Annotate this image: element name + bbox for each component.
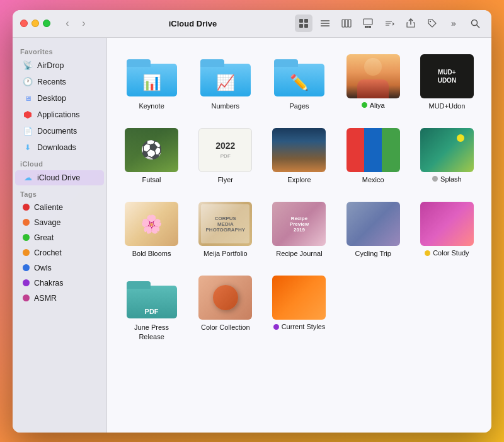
view-icons-button[interactable] <box>295 15 312 32</box>
sidebar-item-airdrop[interactable]: 📡 AirDrop <box>15 58 104 73</box>
icloud-label: iCloud <box>13 156 106 169</box>
owls-dot <box>23 264 30 271</box>
file-item-recipe-journal[interactable]: RecipePreview2019 Recipe Journal <box>265 198 333 262</box>
applications-icon <box>23 110 33 120</box>
file-item-mud-udon[interactable]: MUD+UDON MUD+Udon <box>413 50 481 114</box>
sidebar-item-savage[interactable]: Savage <box>15 216 104 230</box>
aliya-thumb <box>346 54 400 98</box>
file-item-keynote[interactable]: 📊 Keynote <box>117 50 186 114</box>
sidebar-item-crochet[interactable]: Crochet <box>15 246 104 260</box>
chakras-dot <box>23 279 30 286</box>
color-collection-label: Color Collection <box>201 323 250 332</box>
current-styles-label: Current Styles <box>282 323 326 330</box>
mexico-thumb <box>346 128 400 172</box>
sidebar-item-caliente[interactable]: Caliente <box>15 201 104 214</box>
sidebar-item-icloud-drive[interactable]: ☁ iCloud Drive <box>15 170 104 185</box>
cycling-thumb <box>346 202 400 246</box>
tags-label: Tags <box>13 187 106 199</box>
svg-line-19 <box>476 25 479 28</box>
svg-rect-8 <box>345 20 348 27</box>
futsal-label: Futsal <box>142 175 161 184</box>
sidebar-item-label: Documents <box>37 127 77 136</box>
sidebar-item-label: ASMR <box>34 294 57 303</box>
sidebar: Favorites 📡 AirDrop 🕐 Recents 🖥 Desktop … <box>13 38 107 433</box>
svg-rect-1 <box>304 19 308 23</box>
sidebar-item-label: Savage <box>34 218 60 227</box>
sidebar-item-chakras[interactable]: Chakras <box>15 276 104 290</box>
sidebar-item-great[interactable]: Great <box>15 231 104 245</box>
sidebar-item-downloads[interactable]: ⬇ Downloads <box>15 140 104 155</box>
file-item-mexico[interactable]: Mexico <box>339 124 408 188</box>
explore-label: Explore <box>287 175 311 184</box>
current-styles-thumb <box>272 276 326 320</box>
traffic-lights <box>20 20 50 27</box>
sidebar-item-desktop[interactable]: 🖥 Desktop <box>15 91 104 106</box>
aliya-label: Aliya <box>370 102 385 109</box>
sidebar-item-label: Recents <box>37 78 66 86</box>
minimize-button[interactable] <box>32 20 39 27</box>
bold-blooms-thumb: 🌸 <box>125 202 178 246</box>
maximize-button[interactable] <box>43 20 50 27</box>
svg-rect-11 <box>365 26 367 28</box>
file-item-bold-blooms[interactable]: 🌸 Bold Blooms <box>117 198 186 262</box>
close-button[interactable] <box>20 20 28 27</box>
file-item-meija-portfolio[interactable]: CORPUSMEDIAPHOTOGRAPHY Meija Portfolio <box>191 198 260 262</box>
file-item-explore[interactable]: Explore <box>265 124 333 188</box>
file-item-pages[interactable]: ✏️ Pages <box>265 50 333 114</box>
meija-label: Meija Portfolio <box>203 249 248 258</box>
sidebar-item-applications[interactable]: Applications <box>15 107 104 122</box>
sidebar-item-recents[interactable]: 🕐 Recents <box>15 74 104 90</box>
file-item-numbers[interactable]: 📈 Numbers <box>191 50 260 114</box>
file-item-june-press-release[interactable]: PDF June Press Release <box>117 272 186 345</box>
aliya-label-row: Aliya <box>362 102 385 109</box>
view-columns-button[interactable] <box>338 15 355 32</box>
numbers-label: Numbers <box>211 102 239 110</box>
june-press-label: June Press Release <box>123 323 180 341</box>
forward-button[interactable]: › <box>77 16 91 30</box>
file-item-aliya[interactable]: Aliya <box>339 50 408 114</box>
more-button[interactable]: » <box>445 15 462 32</box>
sort-dropdown-button[interactable] <box>381 15 398 32</box>
toolbar-right: » <box>295 15 484 32</box>
file-item-color-study[interactable]: Color Study <box>413 198 481 262</box>
sidebar-item-label: Desktop <box>37 94 66 103</box>
recents-icon: 🕐 <box>23 77 33 87</box>
sidebar-item-label: Applications <box>37 110 79 119</box>
file-item-futsal[interactable]: ⚽ Futsal <box>117 124 186 188</box>
color-study-label-row: Color Study <box>425 249 469 257</box>
asmr-dot <box>23 294 30 301</box>
sidebar-item-owls[interactable]: Owls <box>15 261 104 275</box>
share-button[interactable] <box>402 15 420 32</box>
crochet-dot <box>23 249 30 256</box>
mud-label: MUD+Udon <box>429 102 466 110</box>
finder-window: ‹ › iCloud Drive <box>13 10 491 433</box>
svg-point-17 <box>430 21 431 22</box>
current-styles-label-row: Current Styles <box>273 323 326 330</box>
svg-rect-9 <box>348 20 351 27</box>
sidebar-item-documents[interactable]: 📄 Documents <box>15 124 104 139</box>
caliente-dot <box>23 204 30 211</box>
icloud-drive-icon: ☁ <box>23 173 33 183</box>
sidebar-item-label: Owls <box>34 264 52 272</box>
back-button[interactable]: ‹ <box>60 16 74 30</box>
current-styles-dot <box>273 324 279 330</box>
savage-dot <box>23 219 30 226</box>
splash-dot <box>432 176 438 182</box>
svg-rect-3 <box>304 24 308 28</box>
view-gallery-button[interactable] <box>359 15 377 32</box>
file-item-current-styles[interactable]: Current Styles <box>265 272 333 345</box>
sidebar-item-label: Downloads <box>37 143 76 152</box>
file-item-cycling-trip[interactable]: Cycling Trip <box>339 198 408 262</box>
tag-button[interactable] <box>423 15 441 32</box>
nav-buttons: ‹ › <box>60 16 91 30</box>
svg-rect-2 <box>299 24 303 28</box>
view-list-button[interactable] <box>316 15 334 32</box>
sidebar-item-asmr[interactable]: ASMR <box>15 291 104 305</box>
keynote-thumb: 📊 <box>125 54 178 98</box>
svg-rect-7 <box>342 20 345 27</box>
file-item-splash[interactable]: Splash <box>413 124 481 188</box>
great-dot <box>23 234 30 241</box>
file-item-color-collection[interactable]: Color Collection <box>191 272 260 345</box>
file-item-flyer[interactable]: 2022 PDF Flyer <box>191 124 260 188</box>
search-button[interactable] <box>466 15 484 32</box>
